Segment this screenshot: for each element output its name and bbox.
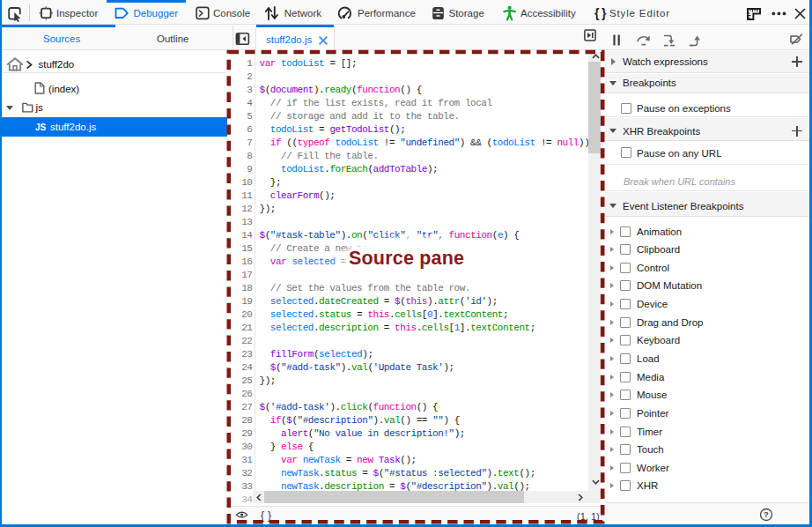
svg-text:?: ? xyxy=(764,509,769,519)
